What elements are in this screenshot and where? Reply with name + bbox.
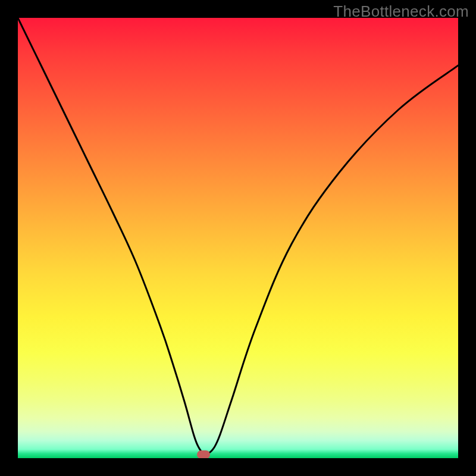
optimal-marker — [197, 450, 210, 458]
curve-layer — [18, 18, 458, 458]
plot-area — [18, 18, 458, 458]
bottleneck-curve — [18, 18, 458, 454]
watermark-text: TheBottleneck.com — [333, 2, 469, 21]
chart-frame: TheBottleneck.com — [0, 0, 476, 476]
